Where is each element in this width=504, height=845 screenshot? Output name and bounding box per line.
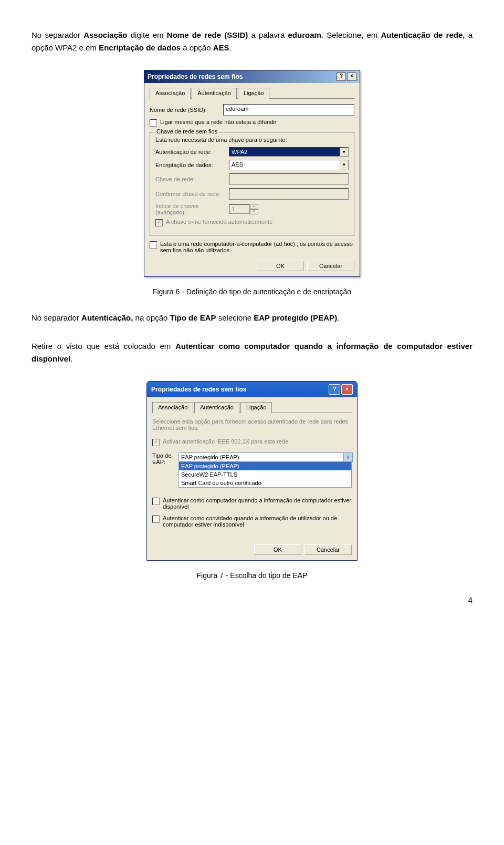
cancel-button[interactable]: Cancelar bbox=[307, 261, 354, 271]
auto-key-label: A chave é-me fornecida automaticamente bbox=[166, 219, 272, 225]
key-index-spinner: 1 ▴ ▾ bbox=[229, 204, 258, 214]
figure-6-caption: Figura 6 - Definição do tipo de autentic… bbox=[32, 287, 472, 296]
tab-ligacao[interactable]: Ligação bbox=[238, 88, 270, 99]
fieldset-legend: Chave de rede sem fios bbox=[154, 128, 219, 135]
eap-type-value: EAP protegido (PEAP) bbox=[179, 453, 343, 461]
ok-button[interactable]: OK bbox=[254, 544, 301, 555]
ieee8021x-checkbox: ✓ bbox=[152, 439, 160, 446]
eap-option-smartcard[interactable]: Smart Card ou outro certificado bbox=[179, 479, 351, 487]
ssid-label: Nome de rede (SSID): bbox=[150, 107, 223, 113]
auth-tab-description: Seleccione esta opção para fornecer aces… bbox=[152, 418, 352, 431]
auth-combo[interactable]: WPA2 ▾ bbox=[229, 147, 349, 157]
help-button[interactable]: ? bbox=[329, 384, 340, 395]
spinner-up-icon: ▴ bbox=[250, 204, 258, 209]
auto-key-checkbox: ✓ bbox=[155, 219, 163, 226]
tab-autenticacao[interactable]: Autenticação bbox=[194, 402, 239, 413]
help-button[interactable]: ? bbox=[337, 73, 346, 81]
eap-option-peap[interactable]: EAP protegido (PEAP) bbox=[179, 462, 351, 470]
ok-button[interactable]: OK bbox=[257, 261, 304, 271]
auth-as-computer-label: Autenticar como computador quando a info… bbox=[163, 497, 352, 510]
cancel-button[interactable]: Cancelar bbox=[304, 544, 352, 555]
key-index-label: Índice de chaves (avançado): bbox=[155, 203, 229, 215]
confirm-key-input bbox=[229, 188, 349, 200]
tab-associacao[interactable]: Associação bbox=[150, 88, 191, 99]
ieee8021x-label: Activar autenticação IEEE 802.1X para es… bbox=[163, 438, 288, 445]
intro-paragraph-1: No separador Associação digite em Nome d… bbox=[32, 29, 472, 54]
fieldset-description: Esta rede necessita de uma chave para o … bbox=[155, 137, 349, 143]
tab-strip: Associação Autenticação Ligação bbox=[150, 87, 354, 99]
tab-associacao[interactable]: Associação bbox=[152, 402, 193, 413]
auth-as-computer-checkbox[interactable] bbox=[152, 498, 160, 505]
dialog-title: Propriedades de redes sem fios bbox=[151, 386, 246, 393]
network-key-input bbox=[229, 173, 349, 185]
mid-paragraph-1: No separador Autenticação, na opção Tipo… bbox=[32, 312, 472, 324]
eap-type-label: Tipo de EAP: bbox=[152, 452, 178, 465]
chevron-down-icon[interactable]: v bbox=[343, 453, 352, 461]
auth-as-guest-checkbox[interactable] bbox=[152, 516, 160, 523]
chevron-down-icon[interactable]: ▾ bbox=[340, 148, 348, 156]
page-number: 4 bbox=[32, 595, 472, 604]
adhoc-label: Esta é uma rede computador-a-computador … bbox=[160, 241, 354, 253]
adhoc-checkbox[interactable] bbox=[150, 241, 157, 249]
eap-type-listbox: EAP protegido (PEAP) SecureW2 EAP-TTLS S… bbox=[178, 462, 352, 488]
tab-autenticacao[interactable]: Autenticação bbox=[192, 88, 237, 99]
network-key-label: Chave de rede: bbox=[155, 176, 229, 182]
connect-even-not-broadcasting-checkbox[interactable] bbox=[150, 119, 157, 127]
encryption-label: Encriptação de dados: bbox=[155, 162, 229, 168]
encryption-combo-value: AES bbox=[229, 160, 333, 170]
wireless-properties-dialog-2: Propriedades de redes sem fios ? × Assoc… bbox=[146, 381, 358, 561]
auth-combo-value: WPA2 bbox=[229, 148, 340, 156]
tab-strip: Associação Autenticação Ligação bbox=[152, 401, 352, 413]
dialog-title: Propriedades de redes sem fios bbox=[148, 73, 243, 80]
tab-ligacao[interactable]: Ligação bbox=[240, 402, 272, 413]
key-index-value: 1 bbox=[229, 204, 250, 214]
mid-paragraph-2: Retire o visto que está colocado em Aute… bbox=[32, 340, 472, 365]
titlebar: Propriedades de redes sem fios ? × bbox=[147, 382, 357, 397]
ssid-input[interactable]: eduroam bbox=[223, 104, 354, 116]
close-button[interactable]: × bbox=[341, 384, 353, 395]
figure-7-caption: Figura 7 - Escolha do tipo de EAP bbox=[32, 571, 472, 580]
auth-label: Autenticação de rede: bbox=[155, 149, 229, 155]
confirm-key-label: Confirmar chave de rede: bbox=[155, 191, 229, 197]
close-button[interactable]: × bbox=[347, 73, 356, 81]
auth-as-guest-label: Autenticar como convidado quando a infor… bbox=[163, 515, 352, 528]
eap-option-securew2[interactable]: SecureW2 EAP-TTLS bbox=[179, 470, 351, 479]
wireless-key-fieldset: Chave de rede sem fios Esta rede necessi… bbox=[150, 132, 354, 235]
eap-type-combo[interactable]: EAP protegido (PEAP) v bbox=[178, 452, 353, 462]
connect-even-not-broadcasting-label: Ligar mesmo que a rede não esteja a difu… bbox=[160, 119, 276, 125]
titlebar: Propriedades de redes sem fios ? × bbox=[144, 70, 360, 83]
encryption-combo[interactable]: AES ➤ ▾ bbox=[229, 160, 349, 170]
wireless-properties-dialog-1: Propriedades de redes sem fios ? × Assoc… bbox=[144, 70, 360, 277]
spinner-down-icon: ▾ bbox=[250, 209, 258, 214]
